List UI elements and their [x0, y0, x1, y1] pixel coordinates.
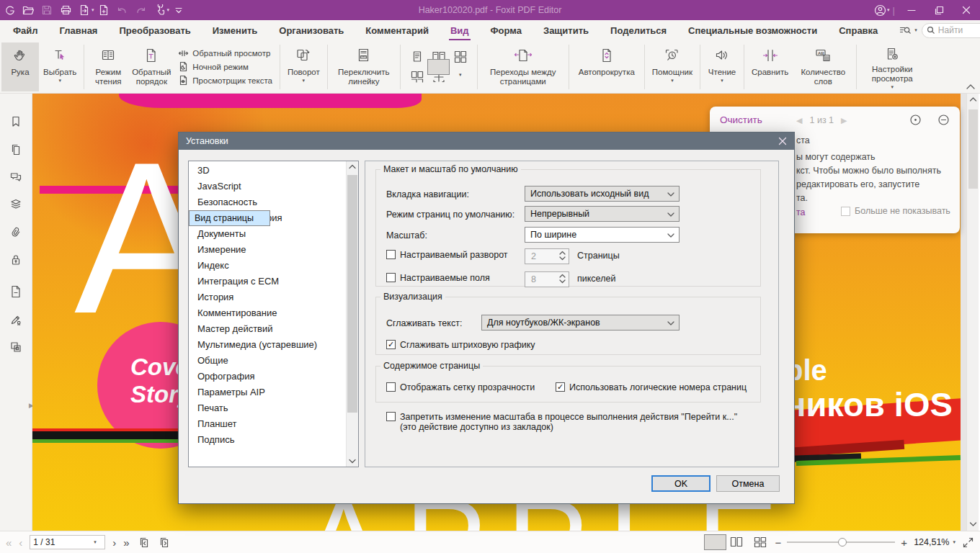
next-page-button[interactable]: ›: [112, 536, 116, 549]
assistant-button[interactable]: Помощник ▾: [648, 42, 697, 91]
menu-organize[interactable]: Организовать: [279, 25, 344, 36]
category-item[interactable]: Подпись: [189, 432, 346, 448]
notification-collapse-icon[interactable]: [937, 114, 950, 126]
notification-settings-icon[interactable]: [909, 114, 922, 126]
category-item[interactable]: Параметры AIP: [189, 385, 346, 400]
pager-next-icon[interactable]: ▶: [841, 116, 847, 125]
restore-button[interactable]: [925, 0, 953, 20]
category-item[interactable]: Измерение: [189, 242, 346, 258]
menu-convert[interactable]: Преобразовать: [119, 25, 190, 36]
category-item[interactable]: Мультимедиа (устаревшие): [189, 337, 346, 353]
close-button[interactable]: [953, 0, 980, 20]
category-item[interactable]: JavaScript: [189, 179, 346, 194]
ok-button[interactable]: OK: [651, 475, 710, 492]
menu-view[interactable]: Вид: [450, 25, 469, 36]
hand-tool-button[interactable]: Рука: [1, 42, 39, 91]
layout-single-button[interactable]: [407, 48, 427, 66]
prev-page-button[interactable]: ‹: [19, 536, 22, 549]
collapse-ribbon-icon[interactable]: [966, 84, 976, 90]
notification-action-link[interactable]: та: [796, 207, 806, 217]
night-mode-button[interactable]: Ночной режим: [178, 61, 272, 72]
menu-form[interactable]: Форма: [491, 25, 522, 36]
category-item[interactable]: Орфография: [189, 369, 346, 385]
nav-tab-select[interactable]: Использовать исходный вид: [525, 186, 680, 202]
scroll-down-icon[interactable]: [969, 521, 977, 527]
list-scrollbar-thumb[interactable]: [347, 175, 357, 413]
layers-icon[interactable]: [9, 198, 22, 211]
last-page-button[interactable]: »: [123, 536, 129, 549]
smooth-lineart-checkbox[interactable]: ✓ Сглаживать штриховую графику: [386, 340, 535, 350]
page-mode-select[interactable]: Непрерывный: [525, 206, 680, 222]
menu-file[interactable]: Файл: [13, 25, 38, 36]
dialog-titlebar[interactable]: Установки: [179, 132, 794, 150]
linked-content-icon[interactable]: [9, 341, 22, 354]
status-layout-facing-button[interactable]: [728, 534, 745, 550]
zoom-slider-knob[interactable]: [838, 538, 847, 547]
search-input[interactable]: [938, 25, 980, 35]
text-viewer-button[interactable]: Просмотрщик текста: [178, 75, 272, 86]
search-mode-caret-icon[interactable]: ▾: [914, 27, 917, 33]
category-item[interactable]: История: [189, 289, 346, 305]
spinner-arrows-icon[interactable]: [559, 274, 566, 284]
vertical-scrollbar[interactable]: [966, 94, 979, 531]
category-item[interactable]: Индекс: [189, 258, 346, 274]
view-settings-button[interactable]: Настройки просмотра ▾: [860, 42, 925, 91]
dont-show-again-checkbox[interactable]: Больше не показывать: [841, 206, 950, 216]
reading-button[interactable]: Чтение ▾: [703, 42, 741, 91]
status-layout-quad-button[interactable]: [752, 534, 769, 550]
smooth-text-select[interactable]: Для ноутбуков/ЖК-экранов: [481, 315, 680, 331]
new-document-icon[interactable]: [94, 1, 113, 19]
category-item[interactable]: Безопасность: [189, 194, 346, 210]
attachments-icon[interactable]: [9, 226, 22, 239]
category-item[interactable]: Печать: [189, 400, 346, 416]
menu-home[interactable]: Главная: [60, 25, 98, 36]
notification-clear-link[interactable]: Очистить: [720, 114, 762, 125]
custom-margin-spinner[interactable]: 8: [525, 271, 569, 287]
preferences-category-list[interactable]: 3D JavaScript Безопасность Вид страницы …: [188, 161, 359, 467]
pager-prev-icon[interactable]: ◀: [796, 116, 802, 125]
custom-margin-checkbox[interactable]: Настраиваемые поля: [386, 273, 490, 283]
open-file-icon[interactable]: [19, 1, 37, 19]
custom-spread-checkbox[interactable]: Настраиваемый разворот: [386, 250, 508, 260]
forbid-zoom-checkbox[interactable]: Запретить изменение масштаба в процессе …: [386, 412, 737, 432]
compare-button[interactable]: Сравнить: [747, 42, 793, 91]
layout-continuous-button[interactable]: [427, 59, 450, 75]
zoom-slider-track[interactable]: [787, 541, 895, 543]
split-caret-icon[interactable]: ▾: [459, 72, 462, 78]
list-scrollbar[interactable]: [346, 161, 358, 467]
word-count-button[interactable]: AB Количество слов: [793, 42, 853, 91]
reverse-order-button[interactable]: Обратный порядок: [129, 42, 174, 91]
signature-icon[interactable]: [9, 313, 22, 326]
menu-share[interactable]: Поделиться: [610, 25, 667, 36]
category-item[interactable]: Документы: [189, 226, 346, 242]
spinner-arrows-icon[interactable]: [559, 251, 566, 261]
zoom-out-button[interactable]: −: [775, 536, 782, 549]
destinations-icon[interactable]: [9, 285, 22, 298]
autoscroll-button[interactable]: Автопрокрутка: [572, 42, 641, 91]
menu-help[interactable]: Справка: [839, 25, 878, 36]
scrollbar-thumb[interactable]: [968, 109, 978, 189]
page-number-box[interactable]: ▾: [30, 535, 105, 549]
page-transitions-button[interactable]: Переходы между страницами: [481, 42, 566, 91]
transparency-grid-checkbox[interactable]: Отображать сетку прозрачности: [386, 382, 535, 392]
customize-toolbar-icon[interactable]: [169, 1, 188, 19]
category-item[interactable]: Общие: [189, 353, 346, 369]
zoom-select[interactable]: По ширине: [525, 227, 680, 243]
zoom-value-dropdown[interactable]: 124,51% ▾: [914, 537, 956, 547]
menu-accessibility[interactable]: Специальные возможности: [688, 25, 817, 36]
account-caret-icon[interactable]: ▾: [887, 7, 890, 13]
rotate-button[interactable]: Поворот ▾: [283, 42, 324, 91]
category-item-selected[interactable]: Вид страницы: [189, 210, 270, 226]
layout-quad-button[interactable]: [450, 48, 471, 66]
dialog-close-icon[interactable]: [777, 135, 788, 147]
category-item[interactable]: Комментирование: [189, 305, 346, 321]
page-caret-icon[interactable]: ▾: [94, 539, 97, 545]
read-mode-button[interactable]: Режим чтения: [87, 42, 129, 91]
toggle-ruler-button[interactable]: Переключить линейку: [331, 42, 397, 91]
layout-facing-continuous-button[interactable]: [407, 68, 427, 86]
menu-protect[interactable]: Защитить: [543, 25, 589, 36]
zoom-in-button[interactable]: +: [901, 536, 907, 549]
pages-icon[interactable]: [9, 143, 22, 156]
page-number-input[interactable]: [33, 537, 94, 547]
category-item[interactable]: Мастер действий: [189, 321, 346, 337]
